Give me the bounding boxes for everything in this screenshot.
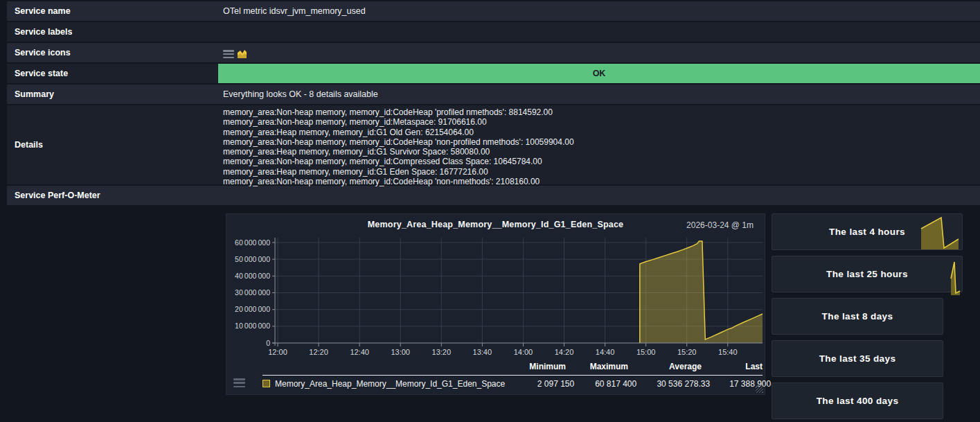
- time-range-button[interactable]: The last 35 days: [772, 340, 943, 377]
- time-range-label: The last 4 hours: [829, 227, 905, 237]
- time-range-button[interactable]: The last 400 days: [772, 383, 943, 419]
- row-service-name: Service name OTel metric idsvr_jvm_memor…: [7, 1, 980, 21]
- metric-graph[interactable]: 010 000 00020 000 00030 000 00040 000 00…: [226, 214, 766, 360]
- row-label-service-state: Service state: [7, 64, 218, 83]
- menu-icon[interactable]: [223, 50, 234, 58]
- preview-graph: [920, 216, 959, 249]
- svg-text:14:00: 14:00: [514, 348, 533, 356]
- preview-graph: [950, 261, 961, 295]
- graph-resize-handle[interactable]: [756, 385, 763, 393]
- svg-text:20 000 000: 20 000 000: [235, 305, 270, 313]
- details-value: memory_area:Non-heap memory, memory_id:C…: [218, 105, 980, 184]
- svg-text:14:20: 14:20: [555, 348, 574, 356]
- service-labels-value: [218, 22, 980, 42]
- detail-line: memory_area:Non-heap memory, memory_id:C…: [223, 157, 974, 166]
- legend-column-header: Average: [628, 362, 702, 374]
- detail-line: memory_area:Non-heap memory, memory_id:C…: [223, 137, 974, 147]
- service-state-cell: OK: [218, 64, 980, 83]
- metric-graph-panel: Memory_Area_Heap_Memory__Memory_Id_G1_Ed…: [226, 213, 765, 395]
- time-range-label: The last 400 days: [817, 396, 899, 406]
- status-badge-ok: OK: [218, 64, 980, 83]
- svg-text:15:00: 15:00: [636, 348, 656, 356]
- detail-line: memory_area:Non-heap memory, memory_id:C…: [223, 107, 974, 117]
- row-service-labels: Service labels: [7, 22, 980, 42]
- legend-header-row: MinimumMaximumAverageLast: [262, 362, 763, 374]
- svg-text:50 000 000: 50 000 000: [235, 255, 270, 263]
- svg-text:14:40: 14:40: [596, 348, 615, 356]
- legend-series-cell: Memory_Area_Heap_Memory__Memory_Id_G1_Ed…: [262, 376, 505, 389]
- detail-line: memory_area:Heap memory, memory_id:G1 Su…: [223, 147, 974, 157]
- detail-line: memory_area:Non-heap memory, memory_id:M…: [223, 117, 974, 127]
- row-label-perf-o-meter: Service Perf-O-Meter: [7, 186, 218, 205]
- svg-text:13:20: 13:20: [432, 348, 452, 356]
- time-range-label: The last 8 days: [822, 311, 893, 322]
- time-range-button[interactable]: The last 8 days: [772, 298, 943, 335]
- svg-text:15:40: 15:40: [718, 348, 738, 356]
- row-service-icons: Service icons: [7, 43, 980, 62]
- svg-text:60 000 000: 60 000 000: [235, 238, 270, 247]
- row-label-details: Details: [7, 105, 218, 184]
- legend-column-header: Last: [702, 362, 763, 374]
- legend-column-header: Maximum: [566, 362, 628, 374]
- svg-text:30 000 000: 30 000 000: [235, 288, 270, 297]
- detail-line: memory_area:Heap memory, memory_id:G1 Ed…: [223, 167, 974, 177]
- legend-column-header: Minimum: [497, 362, 566, 374]
- row-service-state: Service state OK: [7, 64, 980, 83]
- row-label-summary: Summary: [7, 85, 218, 104]
- time-range-list: The last 4 hoursThe last 25 hoursThe las…: [772, 213, 963, 422]
- svg-text:12:40: 12:40: [350, 348, 369, 356]
- row-details: Details memory_area:Non-heap memory, mem…: [7, 105, 980, 184]
- svg-text:0: 0: [266, 339, 270, 347]
- graph-menu-icon[interactable]: [233, 378, 245, 387]
- service-info-table: Service name OTel metric idsvr_jvm_memor…: [0, 0, 980, 205]
- svg-text:12:20: 12:20: [309, 348, 328, 356]
- legend-column-value: 2 097 150: [505, 376, 574, 389]
- service-name-value: OTel metric idsvr_jvm_memory_used: [218, 1, 980, 21]
- time-range-label: The last 35 days: [819, 353, 896, 364]
- row-label-service-labels: Service labels: [7, 22, 218, 42]
- graph-legend: MinimumMaximumAverageLast Memory_Area_He…: [262, 362, 763, 389]
- graph-icon[interactable]: [237, 49, 248, 59]
- legend-column-value: 30 536 278.33: [636, 376, 710, 389]
- legend-column-value: 60 817 400: [574, 376, 636, 389]
- legend-value-row: Memory_Area_Heap_Memory__Memory_Id_G1_Ed…: [262, 376, 763, 389]
- svg-text:13:00: 13:00: [391, 348, 410, 356]
- series-color-swatch: [262, 380, 270, 387]
- time-range-button[interactable]: The last 4 hours: [772, 213, 963, 250]
- detail-line: memory_area:Heap memory, memory_id:G1 Ol…: [223, 128, 974, 137]
- time-range-button[interactable]: The last 25 hours: [772, 256, 963, 292]
- svg-text:13:40: 13:40: [473, 348, 492, 356]
- legend-series-label: Memory_Area_Heap_Memory__Memory_Id_G1_Ed…: [275, 379, 505, 389]
- service-icons-cell: [218, 43, 980, 62]
- summary-value: Everything looks OK - 8 details availabl…: [218, 85, 980, 104]
- svg-text:15:20: 15:20: [677, 348, 697, 356]
- row-perf-o-meter: Service Perf-O-Meter: [7, 186, 980, 205]
- time-range-label: The last 25 hours: [826, 269, 908, 279]
- svg-text:40 000 000: 40 000 000: [235, 272, 270, 280]
- svg-text:10 000 000: 10 000 000: [235, 322, 270, 330]
- row-label-service-icons: Service icons: [7, 43, 218, 62]
- row-summary: Summary Everything looks OK - 8 details …: [7, 85, 980, 104]
- legend-header-spacer: [262, 362, 497, 374]
- row-label-service-name: Service name: [7, 1, 218, 21]
- perf-o-meter-value: [218, 186, 980, 205]
- svg-text:12:00: 12:00: [268, 348, 287, 356]
